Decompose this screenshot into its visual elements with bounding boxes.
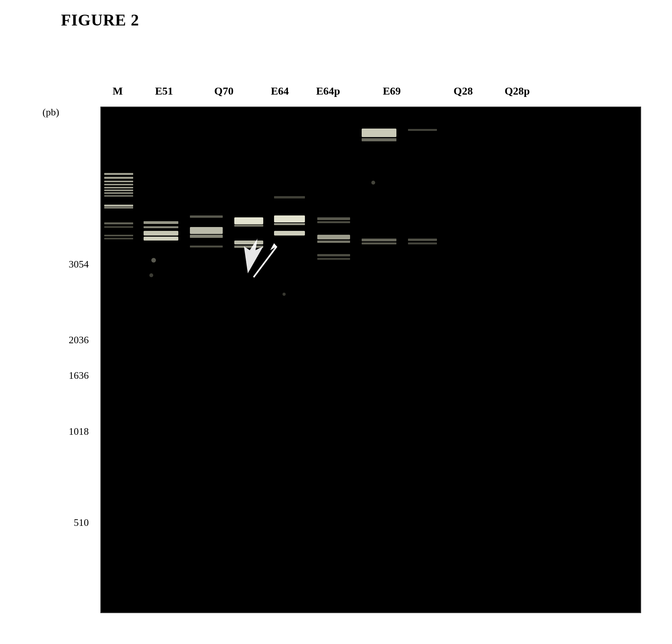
svg-rect-12 — [104, 235, 133, 236]
svg-rect-21 — [190, 227, 223, 234]
svg-rect-38 — [317, 235, 350, 239]
svg-rect-30 — [274, 223, 305, 225]
svg-rect-27 — [234, 246, 263, 248]
y-label-3054: 3054 — [69, 259, 89, 270]
col-label-M: M — [100, 85, 135, 97]
col-label-E69: E69 — [371, 85, 413, 97]
svg-rect-11 — [104, 226, 133, 228]
svg-rect-5 — [104, 190, 133, 191]
y-label-2036: 2036 — [69, 334, 89, 346]
svg-rect-32 — [283, 293, 286, 296]
y-label-1018: 1018 — [69, 426, 89, 437]
svg-rect-45 — [362, 239, 396, 241]
svg-rect-3 — [104, 184, 133, 185]
svg-rect-25 — [234, 225, 263, 227]
svg-rect-26 — [234, 241, 263, 244]
svg-rect-36 — [317, 217, 350, 220]
svg-rect-4 — [104, 187, 133, 188]
svg-marker-35 — [270, 243, 277, 250]
svg-rect-24 — [234, 217, 263, 224]
svg-rect-31 — [274, 231, 305, 236]
col-label-E64p: E64p — [309, 85, 347, 97]
svg-rect-1 — [104, 177, 133, 179]
gel-container: M E51 Q70 E64 E64p E69 Q28 Q28p (pb) 305… — [39, 85, 641, 613]
svg-rect-9 — [104, 207, 133, 208]
svg-rect-17 — [144, 237, 178, 241]
figure-title: FIGURE 2 — [61, 11, 139, 29]
svg-rect-47 — [408, 129, 437, 131]
svg-rect-14 — [144, 221, 178, 224]
svg-rect-46 — [362, 242, 396, 244]
svg-rect-37 — [317, 221, 350, 223]
svg-rect-48 — [408, 239, 437, 241]
svg-rect-10 — [104, 222, 133, 224]
col-label-Q28: Q28 — [444, 85, 482, 97]
svg-rect-13 — [104, 238, 133, 239]
col-label-Q70: Q70 — [201, 85, 247, 97]
svg-rect-42 — [362, 129, 396, 137]
svg-rect-22 — [190, 235, 223, 238]
y-axis-labels: (pb) 3054 2036 1636 1018 510 — [39, 107, 93, 613]
gel-svg — [101, 107, 640, 612]
svg-rect-28 — [274, 196, 305, 198]
svg-rect-20 — [190, 215, 223, 218]
gel-image — [100, 107, 641, 613]
svg-rect-2 — [104, 181, 133, 182]
svg-rect-23 — [190, 246, 223, 247]
col-label-Q28p: Q28p — [498, 85, 537, 97]
column-labels-row: M E51 Q70 E64 E64p E69 Q28 Q28p — [100, 85, 641, 100]
svg-rect-43 — [362, 138, 396, 141]
y-label-510: 510 — [74, 517, 89, 529]
svg-rect-7 — [104, 195, 133, 197]
svg-rect-39 — [317, 241, 350, 243]
svg-rect-19 — [149, 273, 153, 277]
svg-rect-44 — [371, 181, 375, 185]
svg-rect-18 — [151, 258, 156, 263]
svg-rect-49 — [408, 242, 437, 244]
svg-rect-0 — [104, 173, 133, 175]
y-label-1636: 1636 — [69, 370, 89, 381]
col-label-E51: E51 — [139, 85, 189, 97]
y-axis-unit: (pb) — [42, 107, 59, 118]
svg-rect-6 — [104, 192, 133, 194]
svg-rect-16 — [144, 231, 178, 236]
svg-rect-15 — [144, 226, 178, 228]
col-label-E64: E64 — [262, 85, 297, 97]
svg-rect-8 — [104, 205, 133, 207]
svg-rect-41 — [317, 258, 350, 260]
svg-rect-29 — [274, 215, 305, 222]
svg-rect-40 — [317, 254, 350, 256]
